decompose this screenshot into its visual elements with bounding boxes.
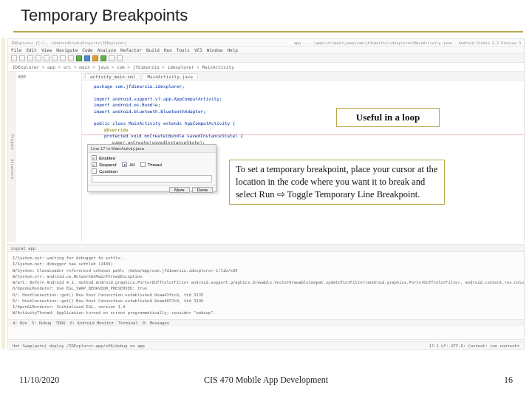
toolwindow-run[interactable]: 4: Run bbox=[13, 321, 27, 325]
run-icon[interactable] bbox=[100, 55, 106, 61]
menu-edit[interactable]: Edit bbox=[26, 47, 36, 52]
suspend-label: Suspend bbox=[99, 163, 117, 167]
code-line: import android.os.Bundle; bbox=[94, 102, 160, 107]
toolwindow-terminal[interactable]: Terminal bbox=[118, 321, 138, 325]
stop-icon[interactable] bbox=[117, 55, 123, 61]
copy-icon[interactable] bbox=[52, 55, 58, 61]
code-line: package com.jfdimarzio.idexplorer; bbox=[94, 83, 185, 89]
menu-run[interactable]: Run bbox=[164, 47, 172, 52]
condition-label: Condition bbox=[99, 169, 117, 174]
avd-icon[interactable] bbox=[76, 55, 82, 61]
toolwindow-todo[interactable]: TODO bbox=[55, 321, 65, 325]
cut-icon[interactable] bbox=[44, 55, 50, 61]
redo-icon[interactable] bbox=[35, 55, 41, 61]
menu-window[interactable]: Window bbox=[207, 47, 223, 52]
condition-checkbox[interactable] bbox=[92, 168, 97, 174]
toolwindow-debug[interactable]: 5: Debug bbox=[32, 321, 52, 325]
enabled-checkbox[interactable]: ✓ bbox=[92, 155, 97, 160]
logcat-panel: Logcat app I/System.out: waiting for deb… bbox=[7, 244, 525, 340]
footer-course: CIS 470 Mobile App Development bbox=[0, 375, 532, 386]
sync-icon[interactable] bbox=[92, 55, 98, 61]
structure-toolwindow-label[interactable]: Structure bbox=[10, 159, 15, 179]
paste-icon[interactable] bbox=[60, 55, 66, 61]
project-tree-root[interactable]: app bbox=[18, 73, 79, 78]
open-icon[interactable] bbox=[11, 55, 17, 61]
project-toolwindow-label[interactable]: Project bbox=[10, 134, 15, 150]
logcat-toolbar[interactable]: Logcat app bbox=[8, 245, 524, 252]
sdk-icon[interactable] bbox=[84, 55, 90, 61]
tool-window-bar-left[interactable]: Project Structure bbox=[8, 72, 16, 242]
menu-refactor[interactable]: Refactor bbox=[120, 47, 142, 52]
editor-tabs[interactable]: activity_main.xml MainActivity.java bbox=[82, 72, 524, 81]
code-line: import android.support.v7.app.AppCompatA… bbox=[94, 96, 222, 101]
tab-activity-main[interactable]: activity_main.xml bbox=[85, 73, 140, 79]
suspend-checkbox[interactable]: ✓ bbox=[92, 162, 97, 167]
all-radio[interactable]: ● bbox=[122, 162, 127, 167]
menu-tools[interactable]: Tools bbox=[177, 47, 190, 52]
toolwindow-messages[interactable]: 0: Messages bbox=[143, 321, 169, 325]
menu-navigate[interactable]: Navigate bbox=[56, 47, 78, 52]
title-underline bbox=[13, 31, 523, 33]
menu-build[interactable]: Build bbox=[146, 47, 160, 52]
bottom-toolwindow-bar[interactable]: 4: Run 5: Debug TODO 6: Android Monitor … bbox=[8, 319, 524, 327]
menu-code[interactable]: Code bbox=[82, 47, 92, 52]
ide-titlebar: IDExplorer [C:\...\AndroidStudioProjects… bbox=[8, 39, 524, 47]
tab-mainactivity[interactable]: MainActivity.java bbox=[142, 73, 197, 79]
arrow-icon: ⇨ bbox=[277, 189, 285, 200]
more-button[interactable]: More bbox=[169, 187, 190, 193]
footer-page-number: 16 bbox=[504, 375, 513, 386]
menu-analyze[interactable]: Analyze bbox=[98, 47, 116, 52]
undo-icon[interactable] bbox=[27, 55, 33, 61]
enabled-label: Enabled bbox=[99, 156, 115, 160]
ide-menubar[interactable]: File Edit View Navigate Code Analyze Ref… bbox=[8, 47, 524, 54]
ide-toolbar bbox=[8, 54, 524, 63]
window-title-right: app - ...\app\src\main\java\com\jfdimarz… bbox=[294, 41, 521, 45]
status-left: Hot Swap(auto) deploy /IDExplorer-app/x8… bbox=[13, 344, 145, 348]
callout-useful-in-loop: Useful in a loop bbox=[336, 108, 440, 127]
save-icon[interactable] bbox=[19, 55, 25, 61]
breadcrumb[interactable]: IDExplorer > app > src > main > java > c… bbox=[8, 63, 524, 72]
breakpoint-popup: Line 17 in MainActivity.java ✓ Enabled ✓… bbox=[87, 144, 216, 192]
breakpoint-line-marker bbox=[82, 134, 524, 135]
all-label: All bbox=[129, 163, 134, 167]
slide-title: Temporary Breakpoints bbox=[21, 6, 188, 25]
code-line: @Override bbox=[104, 127, 129, 132]
callout-instructions: To set a temporary breakpoint, place you… bbox=[229, 160, 445, 205]
popup-title: Line 17 in MainActivity.java bbox=[88, 145, 216, 153]
status-right: 17:1 LF: UTF-8: Context: <no context> bbox=[429, 344, 519, 348]
menu-help[interactable]: Help bbox=[227, 47, 237, 52]
window-title-left: IDExplorer [C:\...\AndroidStudioProjects… bbox=[11, 41, 127, 45]
logcat-toolbar-text[interactable]: Logcat app bbox=[11, 246, 35, 250]
thread-label: Thread bbox=[148, 163, 162, 167]
menu-view[interactable]: View bbox=[41, 47, 52, 52]
project-tree[interactable]: app bbox=[16, 72, 82, 242]
logcat-output[interactable]: I/System.out: waiting for debugger to se… bbox=[8, 252, 524, 319]
done-button[interactable]: Done bbox=[192, 187, 213, 193]
code-line: public class MainActivity extends AppCom… bbox=[94, 120, 235, 126]
code-line: import android.bluetooth.BluetoothAdapte… bbox=[94, 109, 206, 114]
slide-accent-bar bbox=[1, 38, 5, 349]
condition-input[interactable] bbox=[92, 175, 212, 183]
breadcrumb-path[interactable]: IDExplorer > app > src > main > java > c… bbox=[13, 64, 234, 69]
menu-vcs[interactable]: VCS bbox=[194, 47, 202, 52]
find-icon[interactable] bbox=[68, 55, 74, 61]
menu-file[interactable]: File bbox=[11, 47, 21, 52]
ide-window: IDExplorer [C:\...\AndroidStudioProjects… bbox=[7, 38, 525, 242]
callout-b-post: Toggle Temporary Line Breakpoint. bbox=[285, 189, 420, 200]
ide-status-bar: Hot Swap(auto) deploy /IDExplorer-app/x8… bbox=[7, 341, 525, 350]
thread-radio[interactable] bbox=[140, 162, 146, 167]
debug-icon[interactable] bbox=[109, 55, 115, 61]
toolwindow-android-monitor[interactable]: 6: Android Monitor bbox=[70, 321, 115, 325]
